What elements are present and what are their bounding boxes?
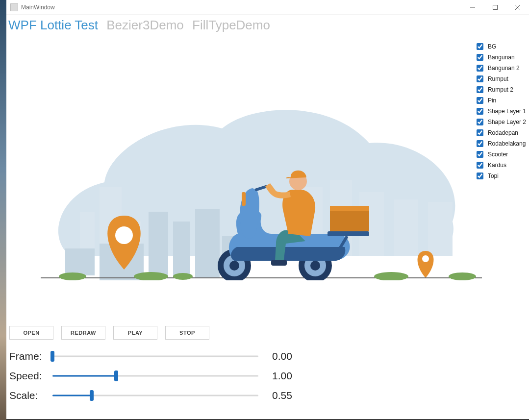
svg-rect-45 [330,206,369,211]
svg-rect-26 [149,212,168,278]
speed-value: 1.00 [272,370,292,382]
tab-bezier3demo[interactable]: Bezier3Demo [106,18,184,32]
tab-header: WPF Lottie Test Bezier3Demo FillTypeDemo [6,15,529,33]
tab-lottie-test[interactable]: WPF Lottie Test [8,18,98,32]
redraw-button[interactable]: REDRAW [61,326,105,340]
scale-slider-row: Scale: 0.55 [9,390,526,401]
map-pin-small [418,251,434,278]
svg-point-42 [229,261,239,271]
rear-rack [327,231,369,236]
lottie-illustration [26,74,497,280]
play-button[interactable]: PLAY [113,326,157,340]
scooter-dark [231,247,345,261]
speed-slider[interactable] [52,370,258,382]
scale-slider[interactable] [52,390,258,401]
frame-value: 0.00 [272,350,292,362]
speed-label: Speed: [9,370,52,382]
svg-rect-13 [493,5,498,10]
svg-rect-28 [195,209,220,278]
layer-item[interactable]: BG [475,42,526,51]
app-icon [10,3,18,11]
window-title: MainWindow [21,4,55,11]
svg-rect-23 [428,202,453,256]
controls-panel: OPEN REDRAW PLAY STOP Frame: 0.00 Speed: [6,326,529,419]
layer-item[interactable]: Bangunan [475,52,526,62]
layer-label: Bangunan [488,54,515,61]
svg-point-35 [374,272,408,280]
svg-point-39 [310,261,320,271]
frame-label: Frame: [9,350,52,362]
layer-checkbox[interactable] [477,54,483,61]
frame-slider[interactable] [52,350,258,362]
title-bar: MainWindow [6,0,529,15]
headlight [242,192,246,206]
layer-checkbox[interactable] [477,43,483,50]
stop-button[interactable]: STOP [165,326,209,340]
layer-checkbox[interactable] [477,65,483,72]
tab-filltypedemo[interactable]: FillTypeDemo [192,18,270,32]
main-window: MainWindow WPF Lottie Test Bezier3Demo F… [6,0,529,419]
svg-point-31 [422,255,429,263]
layer-label: BG [488,43,496,50]
layer-label: Bangunan 2 [488,65,520,72]
svg-point-32 [59,272,86,280]
maximize-button[interactable] [484,0,506,15]
scale-value: 0.55 [272,390,292,401]
open-button[interactable]: OPEN [9,326,53,340]
frame-slider-row: Frame: 0.00 [9,350,526,362]
svg-rect-27 [173,222,190,278]
svg-point-30 [115,226,133,244]
cargo-box [330,206,369,231]
speed-slider-row: Speed: 1.00 [9,370,526,382]
layer-item[interactable]: Bangunan 2 [475,63,526,73]
scale-label: Scale: [9,390,52,401]
minimize-button[interactable] [461,0,484,15]
svg-point-36 [449,272,476,280]
svg-rect-24 [65,248,95,275]
svg-point-34 [173,273,193,280]
svg-rect-22 [394,199,418,256]
close-button[interactable] [506,0,529,15]
animation-canvas: BGBangunanBangunan 2RumputRumput 2PinSha… [6,33,529,326]
svg-rect-46 [271,260,287,266]
